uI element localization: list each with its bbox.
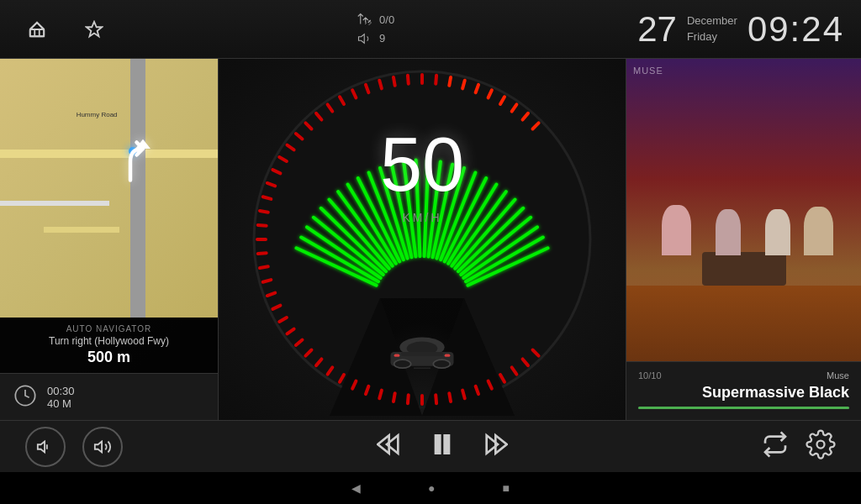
trip-time: 00:30 <box>47 385 75 397</box>
settings-button[interactable] <box>806 429 836 465</box>
nav-label: AUTO NAVIGATOR <box>10 324 208 333</box>
top-bar: 0/0 9 27 December Friday 09:24 <box>0 0 861 59</box>
svg-point-93 <box>433 360 450 368</box>
svg-point-92 <box>394 360 411 368</box>
datetime: 27 December Friday 09:24 <box>637 9 844 50</box>
volume-down-button[interactable] <box>25 427 66 467</box>
back-button[interactable]: ◀ <box>351 481 361 495</box>
volume-up-button[interactable] <box>82 427 123 467</box>
svg-rect-51 <box>420 73 424 85</box>
speedometer-panel: // We'll draw this as SVG below <box>219 59 626 420</box>
svg-rect-96 <box>401 352 443 356</box>
nav-distance: 500 m <box>10 349 208 366</box>
svg-rect-15 <box>420 394 424 406</box>
car-image <box>380 327 464 381</box>
bottom-controls <box>0 420 861 472</box>
android-navbar: ◀ ● ■ <box>0 472 861 504</box>
progress-bar <box>638 407 849 409</box>
svg-rect-103 <box>436 435 440 453</box>
trip-info: 00:30 40 M <box>0 373 218 420</box>
recents-button[interactable]: ■ <box>503 481 510 495</box>
trip-distance: 40 M <box>47 397 75 410</box>
date-day: 27 <box>637 12 677 47</box>
track-name-container: Supermassive Black <box>638 384 849 402</box>
date-month: December <box>687 13 737 29</box>
speed-value: 50 <box>380 127 464 202</box>
signal-value: 0/0 <box>379 13 394 26</box>
rewind-button[interactable] <box>377 431 404 463</box>
track-position: 10/10 <box>638 370 662 381</box>
media-info: 10/10 Muse Supermassive Black <box>626 361 861 420</box>
svg-rect-95 <box>445 354 451 357</box>
watermark: MUSE <box>633 66 663 76</box>
pause-button[interactable] <box>429 431 456 463</box>
playback-controls <box>377 431 508 463</box>
star-icon <box>85 20 103 39</box>
track-name: Supermassive Black <box>702 384 849 401</box>
svg-point-107 <box>817 440 825 448</box>
home-nav-button[interactable]: ● <box>428 481 435 495</box>
volume-controls <box>25 427 123 467</box>
nav-turn-arrow <box>105 136 156 190</box>
volume-icon-status <box>357 31 372 46</box>
trip-details: 00:30 40 M <box>47 385 75 410</box>
repeat-button[interactable] <box>762 431 789 463</box>
track-progress-row: 10/10 Muse <box>638 370 849 381</box>
svg-rect-104 <box>445 435 449 453</box>
svg-rect-94 <box>394 354 400 357</box>
media-panel: MUSE 10/10 Muse Supermassive Black <box>626 59 861 420</box>
status-indicators: 0/0 9 <box>357 13 394 46</box>
signal-icon <box>357 13 372 28</box>
volume-value: 9 <box>379 32 385 45</box>
speed-unit: KM/H <box>403 211 442 224</box>
media-thumbnail[interactable]: MUSE <box>626 59 861 361</box>
extra-controls <box>762 429 836 465</box>
navigation-panel: Hummy Road AUTO NAVIGATOR Turn right (Ho… <box>0 59 219 420</box>
time-display: 09:24 <box>747 9 844 50</box>
map-view[interactable]: Hummy Road <box>0 59 218 318</box>
svg-rect-0 <box>30 29 45 36</box>
artist-name: Muse <box>827 370 849 381</box>
favorite-button[interactable] <box>74 9 114 50</box>
fast-forward-button[interactable] <box>481 431 508 463</box>
nav-info: AUTO NAVIGATOR Turn right (Hollywood Fwy… <box>0 318 218 373</box>
speedometer: // We'll draw this as SVG below <box>246 63 599 416</box>
svg-marker-98 <box>38 441 45 452</box>
clock-icon <box>13 384 37 411</box>
svg-marker-2 <box>359 34 365 43</box>
svg-rect-33 <box>256 238 267 241</box>
date-weekday: Friday <box>687 29 737 45</box>
svg-marker-100 <box>95 441 102 452</box>
svg-marker-1 <box>87 21 102 35</box>
nav-direction: Turn right (Hollywood Fwy) <box>10 335 208 347</box>
progress-fill <box>638 407 849 409</box>
main-area: Hummy Road AUTO NAVIGATOR Turn right (Ho… <box>0 59 861 420</box>
date-info: December Friday <box>687 13 737 44</box>
home-icon <box>28 20 46 39</box>
home-button[interactable] <box>17 9 57 50</box>
